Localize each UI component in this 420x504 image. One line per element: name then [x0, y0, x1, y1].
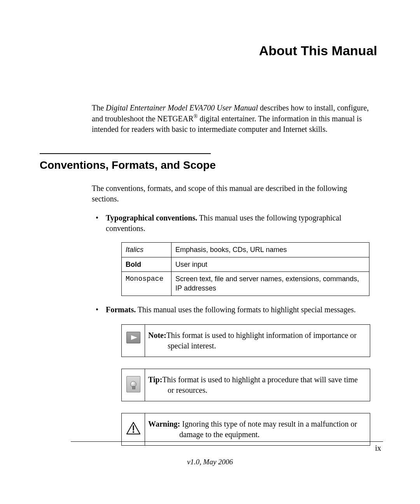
convention-desc: Emphasis, books, CDs, URL names: [172, 243, 369, 257]
typographical-conventions-table: Italics Emphasis, books, CDs, URL names …: [121, 242, 369, 296]
warning-icon-cell: [122, 413, 145, 445]
convention-desc: Screen text, file and server names, exte…: [172, 271, 369, 296]
callout-line2: damage to the equipment.: [179, 429, 366, 440]
section-heading-conventions: Conventions, Formats, and Scope: [40, 158, 381, 173]
callout-line1: This format is used to highlight informa…: [166, 331, 357, 340]
tip-callout: Tip:This format is used to highlight a p…: [121, 369, 370, 401]
callout-lead: Note:: [148, 331, 166, 340]
callout-line1: This format is used to highlight a proce…: [162, 375, 358, 384]
bullet-lead: Formats.: [106, 305, 136, 314]
bullet-text: This manual uses the following formats t…: [136, 305, 356, 314]
tip-text-cell: Tip:This format is used to highlight a p…: [145, 369, 370, 401]
note-icon-cell: [122, 324, 145, 357]
table-row: Bold User input: [122, 257, 369, 271]
page-title: About This Manual: [39, 42, 377, 60]
section-divider: [40, 153, 211, 154]
convention-desc: User input: [172, 257, 369, 271]
note-text-cell: Note:This format is used to highlight in…: [145, 324, 370, 357]
note-callout: Note:This format is used to highlight in…: [121, 324, 370, 357]
tip-bulb-icon: [126, 376, 140, 392]
callout-line2: special interest.: [168, 341, 366, 351]
intro-italic-title: Digital Entertainer Model EVA700 User Ma…: [106, 103, 258, 112]
callout-lead: Tip:: [148, 375, 162, 384]
bullet-formats: Formats. This manual uses the following …: [92, 304, 374, 446]
bullet-typographical: Typographical conventions. This manual u…: [92, 213, 374, 296]
footer-version: v1.0, May 2006: [39, 457, 381, 467]
callout-line1: Ignoring this type of note may result in…: [180, 420, 357, 428]
bullet-lead: Typographical conventions.: [106, 214, 197, 222]
warning-callout: Warning: Ignoring this type of note may …: [121, 413, 370, 446]
convention-name: Italics: [122, 243, 172, 257]
callouts-group: Note:This format is used to highlight in…: [121, 324, 374, 446]
callout-line2: or resources.: [168, 385, 366, 396]
registered-mark: ®: [194, 114, 198, 119]
table-row: Monospace Screen text, file and server n…: [122, 271, 369, 296]
intro-pre: The: [92, 103, 106, 112]
tip-icon-cell: [122, 369, 145, 401]
conventions-bullet-list: Typographical conventions. This manual u…: [92, 213, 374, 445]
convention-name: Bold: [122, 257, 172, 271]
intro-paragraph: The Digital Entertainer Model EVA700 Use…: [92, 103, 374, 135]
note-arrow-icon: [126, 332, 140, 343]
table-row: Italics Emphasis, books, CDs, URL names: [122, 243, 369, 257]
section-intro-paragraph: The conventions, formats, and scope of t…: [92, 183, 374, 204]
footer-divider: [71, 441, 383, 442]
warning-triangle-icon: [126, 420, 141, 436]
callout-lead: Warning:: [148, 420, 180, 428]
svg-point-2: [133, 431, 134, 433]
page-number: ix: [375, 443, 381, 453]
convention-name: Monospace: [122, 271, 172, 296]
warning-text-cell: Warning: Ignoring this type of note may …: [145, 413, 370, 445]
